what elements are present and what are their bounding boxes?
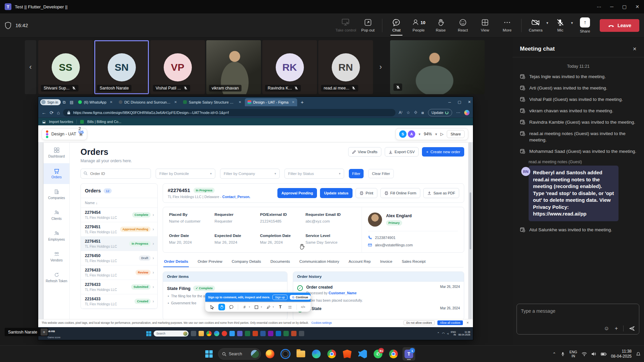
collaborator-avatar[interactable]: A [408,130,415,138]
order-row-selected[interactable]: 2276451TL Flex Holdings LLC In Progress … [81,237,157,251]
raise-hand-button[interactable]: Raise [430,15,451,36]
share-button[interactable]: ↑ Share [574,15,596,36]
vscode-icon[interactable] [229,331,235,336]
tab-close-icon[interactable]: ✕ [292,100,294,104]
word-icon[interactable] [260,331,266,336]
filter-status-select[interactable]: Filter by Status▾ [284,169,344,179]
move-tool-icon[interactable] [209,304,215,310]
close-icon[interactable]: ✕ [635,4,639,9]
sidebar-item-clients[interactable]: Clients [44,205,69,226]
tab-documents[interactable]: Documents [270,258,290,267]
filter-domicile-select[interactable]: Filter by Domicile▾ [156,169,215,179]
leave-button[interactable]: Leave [600,19,639,32]
taskbar-clock[interactable]: 11:3808-04-2025 [611,349,632,359]
filter-company-select[interactable]: Filter by Company▾ [220,169,280,179]
allow-cookies-button[interactable]: Allow all cookies [437,320,463,325]
search-box[interactable]: Search [154,330,189,337]
taskbar-search[interactable]: Search [218,348,261,360]
actions-tool-icon[interactable] [287,304,293,310]
battery-icon[interactable] [601,352,607,356]
cookie-settings-link[interactable]: Cookies settings [311,321,332,324]
people-button[interactable]: 10 People [408,15,429,36]
browser-close-icon[interactable]: ✕ [468,100,471,104]
chrome-icon[interactable] [206,331,212,336]
hand-tool-icon[interactable] [218,304,225,310]
sidebar-item-orders[interactable]: Orders [44,163,69,184]
presenter-pin-icon[interactable]: + [41,328,48,336]
minimize-icon[interactable]: ─ [610,4,613,9]
tray-mic-icon[interactable] [560,351,565,357]
tab-close-icon[interactable]: ✕ [238,100,241,104]
tab-account-rep[interactable]: Account Rep [348,258,371,267]
clear-filter-button[interactable]: Clear Filter [368,169,394,178]
notifications-icon[interactable] [636,352,641,357]
canvas-scrollbar[interactable] [469,142,472,319]
sidebar-item-dashboard[interactable]: Dashboard [44,142,69,163]
browser-tab[interactable]: DC Divisions and Surroundings✕ [116,98,180,106]
order-row[interactable]: 2276433TL Flex Holdings LLC Submitted › [81,280,157,294]
tab-close-icon[interactable]: ✕ [110,100,112,104]
column-header-name[interactable]: Name ↓ [81,198,157,208]
tab-order-details[interactable]: Order Details [163,258,189,267]
browser-tab[interactable]: Sample Salary Structure with calc✕ [180,98,244,106]
cookie-close-icon[interactable]: ✕ [466,321,469,324]
start-button[interactable] [146,331,151,336]
chrome-icon[interactable] [325,347,338,361]
google-continue-button[interactable]: GContinue [290,295,310,300]
copilot-icon[interactable] [464,110,470,115]
chat-button[interactable]: Chat [386,15,407,36]
teams-icon[interactable] [237,331,243,336]
vertical-tabs-icon[interactable]: ▤ [70,100,73,105]
order-row[interactable]: 2279451TL Flex Holdings LLC Approval Pen… [81,222,157,237]
browser-signin-button[interactable]: Sign in [40,99,61,105]
tab-close-icon[interactable]: ✕ [174,100,177,104]
collaborator-avatar[interactable]: S [399,130,407,138]
edge-icon[interactable] [310,347,323,361]
figma-signup-button[interactable]: Sign up [272,295,287,300]
figma-share-button[interactable]: Share [447,130,465,138]
vscode-icon[interactable] [356,347,369,361]
sidebar-item-companies[interactable]: Companies [44,184,69,205]
customer-name-link[interactable]: Customer_Name [329,291,357,295]
tab-invoice[interactable]: Invoice [379,258,393,267]
mic-options-chevron-icon[interactable]: ▾ [571,21,573,25]
contact-person-link[interactable]: Contact_Person. [222,195,250,199]
export-csv-button[interactable]: Export CSV [385,147,419,157]
take-control-button[interactable]: Take control [335,15,357,36]
folder-icon[interactable] [199,331,204,336]
tab-communication-history[interactable]: Communication History [299,258,340,267]
contact-email[interactable]: alex@vstatefilings.com [375,243,413,247]
language-indicator[interactable]: ENGIN [570,350,577,358]
approval-pending-button[interactable]: Approval Pending [277,188,317,198]
sidebar-item-refresh-token[interactable]: Refresh Token [44,267,69,288]
volume-icon[interactable] [591,352,596,356]
camera-options-chevron-icon[interactable]: ▾ [546,21,548,25]
browser-update-button[interactable]: Update [428,109,452,116]
pop-out-button[interactable]: Pop out [357,15,379,36]
emoji-icon[interactable]: ☺ [604,325,609,331]
browser-tab[interactable]: (6) WhatsApp✕ [75,98,115,106]
maximize-icon[interactable]: ▢ [622,4,627,9]
settings-more-icon[interactable]: ⋯ [456,110,460,115]
spotlight-video-tile[interactable] [390,40,485,94]
pen-tool-icon[interactable] [265,304,272,310]
outlook-icon[interactable] [276,331,281,336]
extensions-icon[interactable]: ⟐ [414,110,417,115]
print-button[interactable]: Print [356,188,377,198]
chat-message-input[interactable] [521,308,635,314]
update-status-button[interactable]: Update status [320,188,353,198]
file-explorer-icon[interactable] [294,347,307,361]
window-more-icon[interactable]: ⋯ [597,4,601,9]
opera-icon[interactable] [222,331,227,336]
send-icon[interactable] [629,325,635,331]
mic-button[interactable]: Mic [549,15,571,36]
teams-icon[interactable]: T 1 [402,347,415,361]
participant-tile[interactable]: SN Santosh Narate [94,40,149,94]
text-tool-icon[interactable]: T [277,304,284,310]
start-button[interactable] [203,347,215,361]
order-row[interactable]: 2276450TL Flex Holdings LLC Draft › [81,251,157,265]
order-row[interactable]: 2276433TL Flex Holdings LLC Review › [81,265,157,280]
chrome-profile-icon[interactable] [387,347,400,361]
import-favorites-link[interactable]: Import favorites [49,120,73,124]
sidebar-item-employees[interactable]: Employees [44,226,69,246]
